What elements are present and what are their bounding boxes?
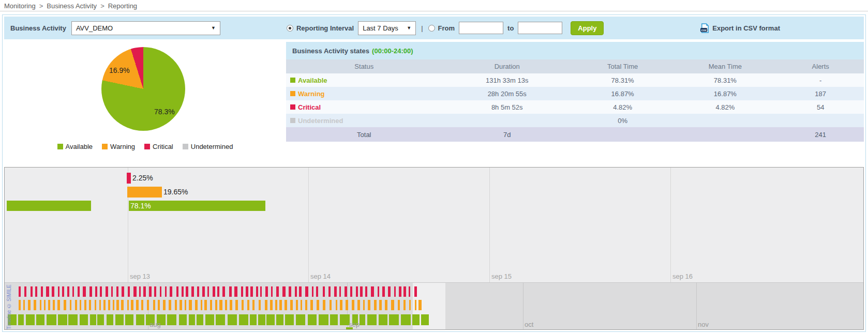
to-date-input[interactable] <box>518 22 562 34</box>
day-gridline <box>489 168 490 282</box>
legend-label: Critical <box>153 143 173 150</box>
event-tick-warning <box>103 300 106 310</box>
cell-duration: 28h 20m 55s <box>442 87 572 100</box>
event-tick-critical <box>328 286 331 297</box>
cell-total-total-time <box>572 127 673 142</box>
event-tick-critical <box>78 286 80 297</box>
cell-duration: 8h 5m 52s <box>442 100 572 114</box>
event-tick-warning <box>290 300 293 310</box>
custom-range-radio[interactable] <box>428 25 435 32</box>
event-tick-warning <box>215 300 217 310</box>
apply-button[interactable]: Apply <box>571 21 604 35</box>
event-tick-warning <box>336 300 337 310</box>
event-tick-critical <box>182 286 184 297</box>
breadcrumb-separator: > <box>39 2 43 10</box>
timeline-panel: sep 13sep 14sep 15sep 162.25%19.65%78.1%… <box>4 167 864 330</box>
event-tick-warning <box>64 300 66 310</box>
status-name: Undetermined <box>298 117 343 125</box>
event-tick-critical <box>305 286 308 297</box>
event-tick-critical <box>345 286 347 297</box>
legend-swatch <box>57 144 63 149</box>
event-tick-warning <box>285 300 287 310</box>
event-tick-critical <box>149 286 152 297</box>
event-tick-warning <box>259 300 261 310</box>
event-tick-warning <box>40 300 41 310</box>
event-tick-critical <box>143 286 146 297</box>
timeline-upper-band[interactable]: sep 13sep 14sep 15sep 162.25%19.65%78.1% <box>5 168 863 282</box>
event-tick-critical <box>72 286 74 297</box>
event-tick-warning <box>330 300 332 310</box>
event-tick-critical <box>246 286 248 297</box>
pie-legend: AvailableWarningCriticalUndetermined <box>4 143 286 150</box>
event-tick-available <box>18 314 24 325</box>
timeline-bar-available[interactable] <box>7 201 91 211</box>
legend-item-undetermined: Undetermined <box>183 143 233 150</box>
event-tick-warning <box>275 300 278 310</box>
event-tick-warning <box>179 300 182 310</box>
breadcrumb-separator: > <box>100 2 104 10</box>
states-table-time-range: (00:00-24:00) <box>372 47 413 55</box>
reporting-interval-radio[interactable] <box>287 25 293 32</box>
event-tick-critical <box>41 286 43 297</box>
event-tick-warning <box>75 300 77 310</box>
event-tick-available <box>379 314 387 325</box>
event-tick-warning <box>99 300 101 310</box>
event-tick-critical <box>122 286 124 297</box>
event-tick-critical <box>299 286 302 297</box>
event-tick-critical <box>89 286 92 297</box>
event-tick-critical <box>316 286 319 297</box>
divider: | <box>421 24 423 32</box>
event-tick-available <box>97 314 104 325</box>
cell-status: Critical <box>286 100 442 114</box>
event-tick-warning <box>398 300 400 310</box>
breadcrumb-item-business-activity[interactable]: Business Activity <box>47 2 97 10</box>
legend-label: Available <box>66 143 93 150</box>
csv-icon[interactable]: csv <box>700 23 710 33</box>
event-tick-warning <box>385 300 388 310</box>
breadcrumb-item-monitoring[interactable]: Monitoring <box>4 2 36 10</box>
timeline-bar-available[interactable]: 78.1% <box>129 201 265 211</box>
legend-swatch <box>144 144 150 149</box>
timeline-lower-band[interactable]: Timeline © SIMILE augsepoctnov <box>5 282 863 329</box>
event-tick-available <box>401 314 411 325</box>
status-swatch <box>290 104 295 110</box>
event-tick-warning <box>242 300 244 310</box>
column-header-alerts: Alerts <box>777 59 864 73</box>
month-gridline <box>696 283 697 329</box>
event-tick-critical <box>133 286 137 297</box>
timeline-bar-critical[interactable] <box>127 173 131 184</box>
event-tick-warning <box>247 300 249 310</box>
event-tick-available <box>36 314 44 325</box>
event-tick-critical <box>382 286 385 297</box>
day-gridline <box>128 168 128 282</box>
main-container: Business Activity AVV_DEMO ▼ Reporting I… <box>2 14 866 332</box>
event-tick-critical <box>282 286 286 297</box>
breadcrumb-item-reporting[interactable]: Reporting <box>108 2 137 10</box>
event-tick-available <box>167 314 176 325</box>
event-tick-warning <box>323 300 325 310</box>
cell-status: Warning <box>286 87 442 100</box>
event-tick-warning <box>340 300 342 310</box>
event-tick-available <box>266 314 275 325</box>
event-tick-critical <box>339 286 341 297</box>
timeline-bar-warning[interactable] <box>127 187 162 198</box>
legend-label: Undetermined <box>191 143 233 150</box>
event-tick-available <box>360 314 365 325</box>
event-tick-warning <box>235 300 238 310</box>
cell-alerts: 187 <box>777 87 864 100</box>
event-tick-warning <box>210 300 212 310</box>
business-activity-select[interactable]: AVV_DEMO ▼ <box>71 21 220 35</box>
reporting-interval-label: Reporting Interval <box>296 24 354 32</box>
export-csv-link[interactable]: Export in CSV format <box>712 24 780 32</box>
cell-status: Undetermined <box>286 114 442 127</box>
event-tick-critical <box>213 286 215 297</box>
status-name: Warning <box>298 90 325 98</box>
interval-select[interactable]: Last 7 Days ▼ <box>358 21 416 35</box>
event-tick-critical <box>217 286 219 297</box>
event-tick-warning <box>95 300 96 310</box>
simile-credit[interactable]: Timeline © SIMILE <box>6 283 12 329</box>
event-tick-critical <box>100 286 101 297</box>
from-date-input[interactable] <box>459 22 503 34</box>
event-tick-available <box>228 314 237 325</box>
status-swatch <box>290 118 295 123</box>
